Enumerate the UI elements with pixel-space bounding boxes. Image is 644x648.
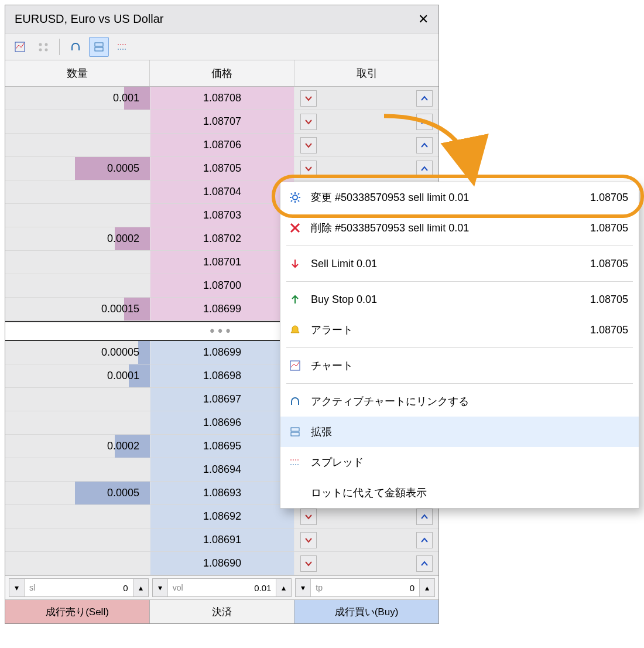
link-chart-icon[interactable] <box>66 37 85 57</box>
volume-cell <box>5 180 150 203</box>
context-menu-item[interactable]: Sell Limit 0.011.08705 <box>280 248 639 279</box>
stepper-row: ▾ sl 0 ▴ ▾ vol 0.01 ▴ ▾ tp 0 ▴ <box>5 575 439 599</box>
sell-arrow-icon[interactable] <box>300 137 317 154</box>
volume-cell <box>5 411 150 434</box>
expand-icon <box>287 426 303 438</box>
expand-icon[interactable] <box>89 37 109 57</box>
buy-arrow-icon[interactable] <box>416 509 433 525</box>
link-dots-icon[interactable] <box>33 37 53 57</box>
volume-cell <box>5 505 150 528</box>
volume-cell <box>5 388 150 411</box>
volume-cell <box>5 134 150 156</box>
volume-cell: 0.0005 <box>5 482 150 504</box>
sell-arrow-icon[interactable] <box>300 90 317 107</box>
buy-button[interactable]: 成行買い(Buy) <box>294 600 439 623</box>
volume-cell: 0.0002 <box>5 227 150 250</box>
context-menu-item[interactable]: アラート1.08705 <box>280 315 639 345</box>
volume-cell <box>5 528 150 551</box>
sell-button[interactable]: 成行売り(Sell) <box>5 600 150 623</box>
context-menu-separator <box>286 281 633 282</box>
volume-cell: 0.00005 <box>5 341 150 364</box>
vol-stepper[interactable]: ▾ vol 0.01 ▴ <box>152 578 292 597</box>
table-row[interactable]: 0.0011.08708 <box>5 87 439 110</box>
tp-stepper[interactable]: ▾ tp 0 ▴ <box>295 578 435 597</box>
toolbar <box>5 33 439 60</box>
context-menu-item[interactable]: スプレッド <box>280 447 639 478</box>
sell-arrow-icon[interactable] <box>300 555 317 572</box>
svg-point-1 <box>39 43 42 46</box>
header-trade: 取引 <box>294 60 439 86</box>
buy-arrow-icon[interactable] <box>416 532 433 548</box>
svg-rect-0 <box>15 42 25 52</box>
sl-down[interactable]: ▾ <box>9 579 25 596</box>
buy-icon <box>287 294 303 305</box>
action-buttons: 成行売り(Sell) 決済 成行買い(Buy) <box>5 599 439 623</box>
buy-arrow-icon[interactable] <box>416 114 433 130</box>
price-cell: 1.08702 <box>150 227 294 250</box>
sell-arrow-icon[interactable] <box>300 509 317 525</box>
vol-label: vol <box>168 583 254 592</box>
price-cell: 1.08694 <box>150 458 294 481</box>
context-menu-item[interactable]: 削除 #50338570953 sell limit 0.011.08705 <box>280 213 639 243</box>
price-cell: 1.08703 <box>150 204 294 227</box>
context-menu-separator <box>286 245 633 246</box>
context-menu-item[interactable]: アクティブチャートにリンクする <box>280 386 639 417</box>
vol-up[interactable]: ▴ <box>276 579 291 596</box>
buy-arrow-icon[interactable] <box>416 137 433 154</box>
context-menu-label: スプレッド <box>311 455 620 469</box>
tp-up[interactable]: ▴ <box>419 579 434 596</box>
table-row[interactable]: 0.00051.08705 <box>5 157 439 180</box>
context-menu-label: Buy Stop 0.01 <box>311 294 582 306</box>
price-cell: 1.08695 <box>150 435 294 458</box>
svg-rect-14 <box>290 361 300 370</box>
sl-stepper[interactable]: ▾ sl 0 ▴ <box>9 578 149 597</box>
bell-icon <box>287 324 303 336</box>
buy-arrow-icon[interactable] <box>416 161 433 177</box>
price-cell: 1.08692 <box>150 505 294 528</box>
spread-icon <box>287 456 303 468</box>
context-menu-item[interactable]: Buy Stop 0.011.08705 <box>280 284 639 315</box>
buy-arrow-icon[interactable] <box>416 555 433 572</box>
context-menu-item[interactable]: 変更 #50338570953 sell limit 0.011.08705 <box>280 182 639 213</box>
vol-down[interactable]: ▾ <box>153 579 168 596</box>
buy-arrow-icon[interactable] <box>416 90 433 107</box>
sell-arrow-icon[interactable] <box>300 161 317 177</box>
table-row[interactable]: 1.08692 <box>5 505 439 528</box>
trade-cell <box>294 87 439 110</box>
sl-up[interactable]: ▴ <box>133 579 148 596</box>
tp-down[interactable]: ▾ <box>296 579 311 596</box>
volume-cell <box>5 458 150 481</box>
volume-cell <box>5 204 150 227</box>
price-cell: 1.08701 <box>150 251 294 274</box>
context-menu-label: ロットに代えて金額表示 <box>311 486 620 500</box>
sell-arrow-icon[interactable] <box>300 532 317 548</box>
close-position-button[interactable]: 決済 <box>150 600 294 623</box>
context-menu-separator <box>286 383 633 384</box>
context-menu-item[interactable]: ロットに代えて金額表示 <box>280 478 639 508</box>
svg-rect-16 <box>291 432 299 436</box>
tp-label: tp <box>311 583 409 592</box>
tp-value: 0 <box>410 583 419 593</box>
context-menu-item[interactable]: 拡張 <box>280 417 639 447</box>
table-row[interactable]: 1.08707 <box>5 110 439 134</box>
context-menu-label: Sell Limit 0.01 <box>311 258 582 270</box>
context-menu-label: 変更 #50338570953 sell limit 0.01 <box>311 190 582 204</box>
price-cell: 1.08706 <box>150 134 294 156</box>
gear-icon <box>287 192 303 203</box>
chart-icon[interactable] <box>10 37 30 57</box>
table-row[interactable]: 1.08690 <box>5 552 439 575</box>
volume-cell <box>5 552 150 575</box>
context-menu-label: アクティブチャートにリンクする <box>311 394 620 408</box>
close-button[interactable]: ✕ <box>415 11 431 28</box>
column-headers: 数量 価格 取引 <box>5 60 439 87</box>
context-menu-value: 1.08705 <box>590 294 628 306</box>
trade-cell <box>294 528 439 551</box>
trade-cell <box>294 157 439 180</box>
table-row[interactable]: 1.08706 <box>5 134 439 157</box>
context-menu-item[interactable]: チャート <box>280 350 639 381</box>
svg-rect-15 <box>291 428 299 431</box>
sell-arrow-icon[interactable] <box>300 114 317 130</box>
table-row[interactable]: 1.08691 <box>5 528 439 552</box>
spread-icon[interactable] <box>112 37 132 57</box>
context-menu-value: 1.08705 <box>590 324 628 336</box>
